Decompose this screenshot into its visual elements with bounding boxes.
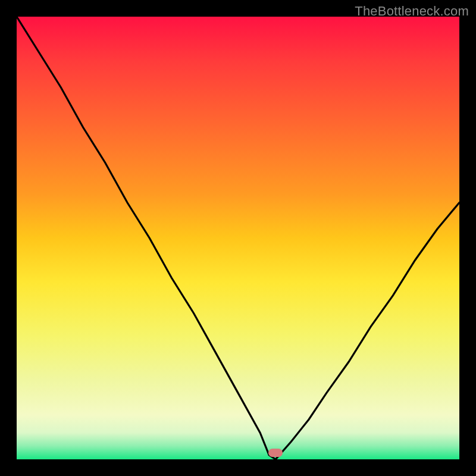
curve-path (17, 17, 459, 459)
chart-container: TheBottleneck.com (0, 0, 476, 476)
bottleneck-marker (268, 449, 283, 457)
plot-area (17, 17, 459, 459)
watermark-text: TheBottleneck.com (355, 4, 469, 19)
curve-svg (17, 17, 459, 459)
